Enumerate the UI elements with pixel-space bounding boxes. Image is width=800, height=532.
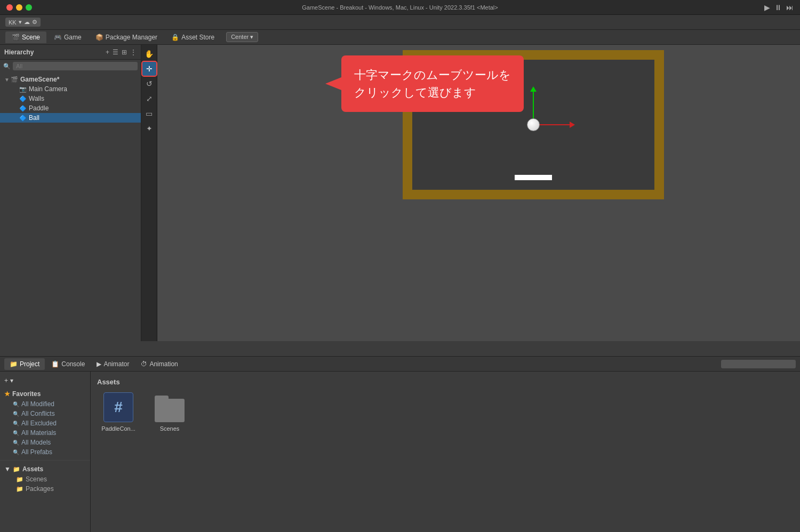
all-modified-label: All Modified (21, 400, 54, 408)
kk-label: KK (9, 19, 17, 26)
sidebar-item-packages[interactable]: 📁 Packages (0, 484, 90, 494)
gamescene-label: GameScene* (20, 76, 59, 83)
package-tab-label: Package Manager (106, 34, 157, 41)
bottom-tabbar: 📁 Project 📋 Console ▶ Animator ⏱ Animati… (0, 357, 800, 372)
packages-folder-icon: 📁 (16, 486, 23, 493)
add-hierarchy-icon[interactable]: + (106, 49, 109, 56)
tooltip-line1: 十字マークのムーブツールを (354, 66, 511, 84)
kk-badge[interactable]: KK ▾ ☁ ⚙ (5, 18, 41, 27)
folder-body (155, 399, 185, 422)
ball-object (527, 118, 540, 131)
sidebar-item-all-models[interactable]: 🔍 All Models (0, 438, 90, 447)
hierarchy-more-icon[interactable]: ⋮ (130, 49, 137, 56)
asset-item-paddle-prefab[interactable]: # PaddleCon... (97, 391, 140, 432)
project-search-input[interactable] (721, 360, 796, 368)
scale-tool-button[interactable]: ⤢ (142, 92, 156, 106)
titlebar: GameScene - Breakout - Windows, Mac, Lin… (0, 0, 800, 15)
search-sm-icon2: 🔍 (13, 411, 19, 417)
hierarchy-search-icon[interactable]: ☰ (113, 49, 118, 56)
hash-icon: # (103, 392, 133, 422)
hierarchy-search-input[interactable] (13, 62, 138, 70)
paddle-icon: 🔷 (19, 105, 27, 112)
settings-icon: ⚙ (32, 19, 37, 26)
search-sm-icon6: 🔍 (13, 449, 19, 455)
center-dropdown[interactable]: Center ▾ (226, 32, 258, 42)
tab-game[interactable]: 🎮 Game (47, 31, 88, 43)
search-sm-icon: 🔍 (13, 401, 19, 407)
assets-title: Assets (97, 378, 794, 386)
game-tab-icon: 🎮 (54, 34, 62, 41)
assets-section[interactable]: ▼ 📁 Assets (0, 464, 90, 474)
package-tab-icon: 📦 (95, 34, 103, 41)
pause-button[interactable]: ⏸ (774, 3, 782, 12)
sidebar-item-all-prefabs[interactable]: 🔍 All Prefabs (0, 447, 90, 457)
camera-label: Main Camera (29, 85, 67, 93)
assets-folder-icon: 📁 (13, 466, 20, 473)
project-sidebar: + ▾ ★ Favorites 🔍 All Modified 🔍 All Con… (0, 372, 91, 532)
tab-animator[interactable]: ▶ Animator (91, 358, 134, 370)
hand-tool-button[interactable]: ✋ (142, 47, 156, 61)
move-arrow-y (533, 87, 534, 122)
transform-tool-button[interactable]: ✦ (142, 122, 156, 135)
animation-tab-label: Animation (149, 360, 178, 368)
add-icon: + (4, 377, 8, 384)
scene-area: ✋ ✛ ↺ ⤢ ▭ ✦ 十字マークのムーブツールを クリックして選びます (141, 45, 800, 341)
maximize-button[interactable] (26, 4, 32, 11)
step-button[interactable]: ⏭ (786, 3, 794, 12)
favorites-section[interactable]: ★ Favorites (0, 389, 90, 399)
search-icon: 🔍 (3, 63, 11, 70)
sidebar-item-all-materials[interactable]: 🔍 All Materials (0, 428, 90, 438)
play-button[interactable]: ▶ (764, 3, 770, 12)
asset-item-scenes-folder[interactable]: Scenes (148, 391, 191, 432)
tab-package-manager[interactable]: 📦 Package Manager (89, 31, 164, 43)
cloud-icon: ☁ (24, 19, 30, 26)
tooltip-line2: クリックして選びます (354, 84, 511, 101)
assets-grid: # PaddleCon... Scenes (97, 391, 794, 432)
tooltip-callout: 十字マークのムーブツールを クリックして選びます (341, 55, 524, 112)
arrowhead-x-icon (570, 122, 575, 128)
scenes-label: Scenes (26, 475, 47, 483)
camera-icon: 📷 (19, 86, 27, 93)
tab-project[interactable]: 📁 Project (4, 358, 45, 370)
rotate-tool-button[interactable]: ↺ (142, 77, 156, 91)
tab-console[interactable]: 📋 Console (46, 358, 90, 370)
main-area: Hierarchy + ☰ ⊞ ⋮ 🔍 ▼ 🎬 GameScene* (0, 45, 800, 341)
add-dropdown-icon: ▾ (10, 377, 13, 384)
center-label: Center ▾ (231, 34, 253, 41)
hierarchy-tree: ▼ 🎬 GameScene* 📷 Main Camera 🔷 Walls (0, 72, 141, 341)
tab-scene[interactable]: 🎬 Scene (5, 31, 46, 43)
hierarchy-toolbar: + ☰ ⊞ ⋮ (106, 49, 137, 56)
window-title: GameScene - Breakout - Windows, Mac, Lin… (302, 4, 498, 11)
move-tool-button[interactable]: ✛ (142, 62, 156, 76)
tool-panel: ✋ ✛ ↺ ⤢ ▭ ✦ (141, 45, 157, 341)
search-sm-icon4: 🔍 (13, 430, 19, 436)
menubar: KK ▾ ☁ ⚙ (0, 15, 800, 30)
paddle-object (515, 175, 552, 180)
animator-tab-label: Animator (103, 360, 129, 368)
rect-tool-button[interactable]: ▭ (142, 107, 156, 120)
close-button[interactable] (6, 4, 13, 11)
tree-item-paddle[interactable]: 🔷 Paddle (0, 103, 141, 113)
folder-icon (154, 391, 186, 423)
tree-item-maincamera[interactable]: 📷 Main Camera (0, 84, 141, 94)
sidebar-item-all-conflicts[interactable]: 🔍 All Conflicts (0, 409, 90, 418)
sidebar-item-all-modified[interactable]: 🔍 All Modified (0, 399, 90, 409)
sidebar-item-scenes[interactable]: 📁 Scenes (0, 474, 90, 484)
tooltip-arrow-icon (325, 77, 341, 90)
tree-item-walls[interactable]: 🔷 Walls (0, 94, 141, 103)
tree-item-gamescene[interactable]: ▼ 🎬 GameScene* (0, 75, 141, 84)
scene-tab-icon: 🎬 (12, 34, 20, 41)
assets-arrow-icon: ▼ (4, 465, 11, 473)
gamescene-icon: 🎬 (11, 76, 18, 83)
ball-icon: 🔷 (19, 115, 27, 122)
all-prefabs-label: All Prefabs (21, 448, 52, 456)
project-add-button[interactable]: + ▾ (0, 376, 90, 385)
console-tab-icon: 📋 (51, 360, 59, 368)
sidebar-item-all-excluded[interactable]: 🔍 All Excluded (0, 418, 90, 428)
minimize-button[interactable] (16, 4, 22, 11)
console-tab-label: Console (61, 360, 85, 368)
hierarchy-lock-icon[interactable]: ⊞ (122, 49, 127, 56)
tab-animation[interactable]: ⏱ Animation (135, 358, 183, 370)
tab-asset-store[interactable]: 🔒 Asset Store (165, 31, 221, 43)
tree-item-ball[interactable]: 🔷 Ball (0, 113, 141, 123)
